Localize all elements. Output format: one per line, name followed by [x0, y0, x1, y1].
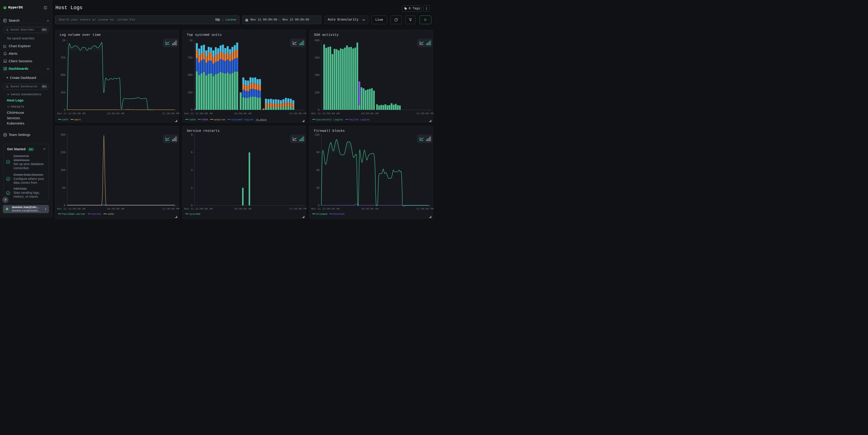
- svg-text:450: 450: [315, 56, 320, 60]
- svg-text:11:30:00 PM: 11:30:00 PM: [162, 112, 179, 115]
- svg-text:6: 6: [191, 151, 192, 154]
- svg-text:10:30:00 AM: 10:30:00 AM: [107, 112, 124, 115]
- svg-text:Successful Logins: Successful Logins: [316, 118, 343, 121]
- svg-text:fail2ban-server: fail2ban-server: [62, 213, 86, 215]
- svg-text:11:30:00 PM: 11:30:00 PM: [162, 207, 179, 210]
- svg-text:750: 750: [188, 56, 193, 60]
- svg-text:kernel: kernel: [92, 213, 101, 215]
- svg-text:10:30:00 AM: 10:30:00 AM: [107, 207, 124, 210]
- svg-text:4: 4: [191, 169, 192, 172]
- svg-text:60: 60: [316, 169, 319, 172]
- svg-text:120: 120: [315, 133, 320, 136]
- svg-text:8: 8: [191, 133, 192, 136]
- svg-text:150: 150: [315, 91, 320, 94]
- svg-text:Nov 11 12:00:00 AM: Nov 11 12:00:00 AM: [311, 207, 340, 210]
- svg-text:0: 0: [191, 204, 192, 207]
- svg-text:30: 30: [316, 186, 319, 190]
- svg-text:info: info: [62, 118, 68, 121]
- svg-text:CRON: CRON: [202, 118, 208, 121]
- svg-text:0: 0: [64, 108, 65, 112]
- svg-text:200: 200: [60, 133, 65, 136]
- svg-text:150: 150: [60, 151, 65, 154]
- svg-text:Nov 11 12:00:00 AM: Nov 11 12:00:00 AM: [57, 112, 86, 115]
- svg-text:300: 300: [315, 74, 320, 77]
- svg-text:1K: 1K: [62, 39, 66, 42]
- svg-text:600: 600: [315, 39, 320, 42]
- svg-text:11:30:00 PM: 11:30:00 PM: [416, 207, 434, 210]
- svg-text:50: 50: [62, 186, 65, 190]
- svg-text:0: 0: [64, 204, 65, 207]
- svg-text:Blocked: Blocked: [334, 213, 344, 215]
- svg-text:10:30:00 AM: 10:30:00 AM: [234, 112, 251, 115]
- svg-text:250: 250: [188, 91, 193, 94]
- svg-text:anacron: anacron: [214, 118, 225, 121]
- svg-text:750: 750: [60, 56, 65, 60]
- svg-text:0: 0: [191, 108, 192, 112]
- svg-text:Nov 11 12:00:00 AM: Nov 11 12:00:00 AM: [184, 112, 212, 115]
- svg-text:Nov 11 12:00:00 AM: Nov 11 12:00:00 AM: [311, 112, 340, 115]
- svg-text:11:30:00 PM: 11:30:00 PM: [289, 207, 307, 210]
- svg-text:90: 90: [316, 151, 319, 154]
- svg-text:sshd: sshd: [107, 213, 114, 215]
- svg-text:+4 more: +4 more: [255, 118, 267, 121]
- svg-text:11:30:00 PM: 11:30:00 PM: [416, 112, 434, 115]
- svg-text:Allowed: Allowed: [316, 213, 327, 215]
- svg-text:100: 100: [60, 169, 65, 172]
- svg-text:500: 500: [60, 74, 65, 77]
- svg-text:2: 2: [191, 186, 192, 190]
- svg-text:warn: warn: [74, 118, 81, 121]
- svg-text:Nov 11 12:00:00 AM: Nov 11 12:00:00 AM: [57, 207, 86, 210]
- svg-text:systemd-logind: systemd-logind: [231, 118, 253, 121]
- svg-text:Nov 11 12:00:00 AM: Nov 11 12:00:00 AM: [184, 207, 212, 210]
- svg-text:systemd: systemd: [189, 213, 200, 215]
- svg-text:Failed Logins: Failed Logins: [349, 118, 370, 121]
- svg-text:0: 0: [318, 204, 319, 207]
- svg-text:10:30:00 AM: 10:30:00 AM: [361, 112, 378, 115]
- svg-text:11:30:00 PM: 11:30:00 PM: [289, 112, 307, 115]
- svg-text:500: 500: [188, 74, 193, 77]
- svg-text:250: 250: [60, 91, 65, 94]
- svg-text:10:30:00 AM: 10:30:00 AM: [361, 207, 378, 210]
- svg-text:0: 0: [318, 108, 319, 112]
- svg-text:10:30:00 AM: 10:30:00 AM: [234, 207, 251, 210]
- svg-text:1K: 1K: [189, 39, 193, 42]
- svg-text:sshd: sshd: [189, 118, 195, 121]
